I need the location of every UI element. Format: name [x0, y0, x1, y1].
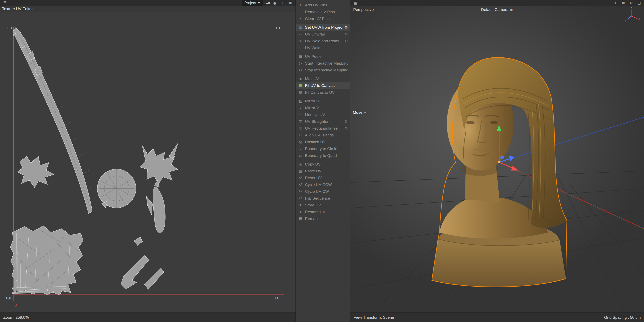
gear-icon[interactable]: ⚙ [344, 126, 348, 131]
uv-command-label: Line Up UV [305, 113, 348, 117]
uv-canvas[interactable]: 0,1 1,1 0,0 1,0 U [0, 12, 296, 312]
uv-command-row[interactable]: ▣ Max UV [296, 75, 350, 82]
uv-command-row[interactable]: ▲ Restore UV [296, 208, 350, 215]
uv-command-label: UV Peeler [305, 54, 348, 59]
viewport-3d-view[interactable]: Perspective Default Camera ▣ Move + Y X … [350, 6, 644, 312]
uv-command-icon: ▤ [298, 54, 303, 59]
uv-command-row[interactable]: ○ Boundary to Circle [296, 145, 350, 152]
uv-command-row[interactable]: ▦ Set UVW from Projection ⚙ [296, 24, 350, 31]
uv-command-icon: ▼ [298, 203, 303, 207]
uv-island [13, 28, 92, 214]
uv-command-icon: ▣ [298, 77, 303, 81]
bust-model[interactable] [432, 57, 567, 287]
pan-icon[interactable]: + [612, 1, 619, 5]
uv-command-row[interactable]: ▤ Paste UV [296, 168, 350, 174]
uv-command-row[interactable]: ∿ UV Weld and Relax ⚙ [296, 38, 350, 44]
uv-command-row[interactable]: ▼ Store UV [296, 202, 350, 208]
hand-icon[interactable]: + [280, 1, 286, 5]
grid-spacing-label: Grid Spacing : 50 cm [604, 315, 641, 320]
uv-command-label: Fit Canvas to UV [305, 90, 348, 95]
uv-command-row[interactable]: ↺ Cycle UV CCW [296, 181, 350, 188]
uv-command-row[interactable]: ▦ UV Rectangularize ⚙ [296, 125, 350, 132]
uv-command-label: Max UV [305, 77, 348, 81]
camera-label[interactable]: Default Camera ▣ [481, 8, 513, 12]
uv-command-row[interactable]: ↻ Cycle UV CW [296, 188, 350, 195]
uv-command-row[interactable]: ◒ Mirror V [296, 104, 350, 111]
uv-command-row[interactable]: ◻ Stop Interactive Mapping [296, 67, 350, 74]
hamburger-icon[interactable]: ☰ [2, 1, 8, 5]
maximize-icon[interactable]: ◳ [636, 1, 642, 5]
uv-command-label: Flip Sequence [305, 196, 348, 201]
uv-command-label: UV Straighten [305, 119, 342, 124]
projection-label[interactable]: Perspective [353, 8, 374, 12]
uv-command-row[interactable]: ∷ Align UV Islands [296, 132, 350, 139]
zoom-icon[interactable]: ⊕ [620, 1, 627, 5]
uv-editor-tab-title: Texture UV Editor [2, 7, 33, 11]
rotate-icon[interactable]: ↻ [628, 1, 634, 5]
uv-command-label: Reset UV [305, 176, 348, 180]
uv-command-row[interactable]: ▧ Unstitch UV [296, 139, 350, 145]
uv-command-icon: ▤ [298, 169, 303, 173]
uv-command-row[interactable]: □ Boundary to Quad [296, 152, 350, 159]
uv-editor-tabbar: Texture UV Editor [0, 6, 296, 12]
uv-command-row[interactable]: ☰ Remap... [296, 215, 350, 222]
uv-corner-label-01: 0,1 [8, 26, 12, 30]
uv-command-label: Boundary to Circle [305, 147, 348, 151]
uv-command-label: Stop Interactive Mapping [305, 68, 348, 73]
uv-command-row[interactable]: ▤ UV Peeler [296, 53, 350, 60]
uv-command-icon: ◻ [298, 68, 303, 72]
uv-command-row[interactable]: ≡ Line Up UV [296, 111, 350, 118]
uv-command-icon: ◒ [298, 106, 303, 110]
gear-icon[interactable]: ⚙ [344, 39, 348, 43]
uv-command-row[interactable]: + Add UV Pins [296, 2, 350, 9]
uv-command-icon: ☰ [298, 216, 303, 221]
uv-command-icon: ↺ [298, 176, 303, 180]
uv-command-row[interactable]: ▷ Start Interactive Mapping [296, 60, 350, 67]
uv-command-label: Add UV Pins [305, 3, 348, 8]
uv-command-icon: ▱ [298, 32, 303, 36]
camera-label-text: Default Camera [481, 8, 508, 12]
uv-command-row[interactable]: ⊞ Fit UV to Canvas [296, 82, 350, 89]
uv-island [121, 237, 164, 289]
uv-command-icon: ▦ [298, 25, 303, 30]
uv-command-row[interactable]: − Remove UV Pins [296, 9, 350, 15]
uv-command-row[interactable]: ↺ Reset UV [296, 174, 350, 181]
gear-icon[interactable]: ⚙ [344, 119, 348, 124]
project-dropdown-label: Project [244, 1, 256, 5]
uv-command-icon: ⇄ [298, 196, 303, 200]
project-dropdown[interactable]: Project ▾ [242, 0, 262, 6]
camera-icon: ▣ [510, 8, 513, 12]
axis-x-label: X [638, 17, 640, 21]
viewport-grip-icon[interactable]: ▦ [352, 1, 358, 5]
uv-command-list: + Add UV Pins − Remove UV Pins × Clear U… [296, 2, 350, 222]
uv-command-row[interactable]: ∪ UV Weld [296, 44, 350, 51]
uv-command-row[interactable]: ⊟ Fit Canvas to UV [296, 89, 350, 96]
uv-command-icon: ▥ [298, 119, 303, 124]
uv-command-label: Fit UV to Canvas [305, 83, 348, 88]
uv-command-row[interactable]: ◧ Mirror U [296, 98, 350, 104]
lock-icon[interactable]: ◉ [272, 1, 278, 5]
layout-icon[interactable]: ⊞ [287, 1, 294, 5]
uv-island [140, 143, 178, 184]
uv-command-label: Paste UV [305, 169, 348, 173]
uv-command-row[interactable]: ▣ Copy UV [296, 161, 350, 168]
orientation-gizmo[interactable]: Y X Z [624, 7, 642, 24]
uv-command-label: UV Rectangularize [305, 126, 342, 131]
gear-icon[interactable]: ⚙ [344, 25, 348, 30]
uv-command-label: Mirror U [305, 99, 348, 103]
uv-command-row[interactable]: ⇄ Flip Sequence [296, 195, 350, 202]
uv-command-icon: ∷ [298, 133, 303, 137]
histogram-icon[interactable]: ▂▄▆ [264, 2, 270, 4]
move-tool-icon: + [364, 110, 366, 115]
axis-z-label: Z [624, 20, 626, 23]
uv-island [146, 181, 166, 233]
u-axis-label: U [14, 303, 17, 307]
uv-command-label: Boundary to Quad [305, 153, 348, 158]
active-tool-name: Move [353, 110, 362, 115]
uv-command-icon: − [298, 10, 303, 14]
gear-icon[interactable]: ⚙ [344, 32, 348, 37]
uv-command-label: Mirror V [305, 106, 348, 110]
uv-command-row[interactable]: ▱ UV Unwrap ⚙ [296, 31, 350, 38]
uv-command-row[interactable]: × Clear UV Pins [296, 15, 350, 22]
uv-command-row[interactable]: ▥ UV Straighten ⚙ [296, 118, 350, 125]
